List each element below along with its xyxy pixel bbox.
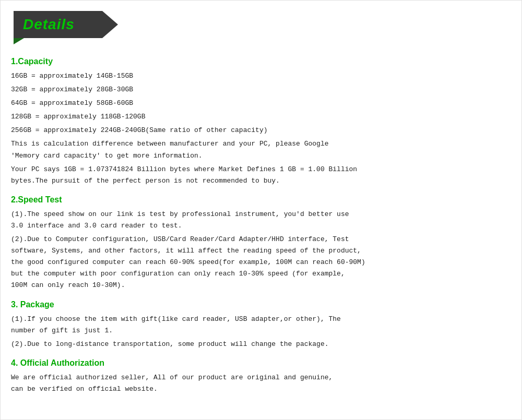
details-banner: Details: [14, 11, 118, 38]
section-paragraph: (2).Due to Computer configuration, USB/C…: [11, 234, 511, 291]
section-speed-test: 2.Speed Test(1).The speed show on our li…: [11, 195, 511, 292]
section-title-package: 3. Package: [11, 300, 511, 309]
section-title-speed-test: 2.Speed Test: [11, 195, 511, 205]
page-container: Details 1.Capacity16GB = approximately 1…: [0, 0, 522, 420]
section-paragraph: We are official authorized seller, All o…: [11, 372, 511, 395]
banner-triangle-decoration: [14, 38, 24, 44]
section-paragraph: 256GB = approximately 224GB-240GB(Same r…: [11, 125, 511, 136]
section-title-capacity: 1.Capacity: [11, 57, 511, 66]
section-paragraph: This is calculation difference between m…: [11, 138, 511, 161]
section-paragraph: (2).Due to long-distance transportation,…: [11, 339, 511, 350]
section-paragraph: 32GB = approximately 28GB-30GB: [11, 84, 511, 95]
section-paragraph: 128GB = approximately 118GB-120GB: [11, 111, 511, 123]
details-banner-bg: Details: [14, 11, 118, 38]
details-banner-text: Details: [23, 16, 75, 32]
section-paragraph: (1).If you choose the item with gift(lik…: [11, 314, 511, 337]
section-paragraph: 16GB = approximately 14GB-15GB: [11, 70, 511, 82]
section-paragraph: Your PC says 1GB = 1.073741824 Billion b…: [11, 164, 511, 187]
section-capacity: 1.Capacity16GB = approximately 14GB-15GB…: [11, 57, 511, 187]
section-paragraph: (1).The speed show on our link is test b…: [11, 209, 511, 232]
section-official-authorization: 4. Official AuthorizationWe are official…: [11, 358, 511, 395]
section-package: 3. Package(1).If you choose the item wit…: [11, 300, 511, 350]
section-paragraph: 64GB = approximately 58GB-60GB: [11, 98, 511, 109]
sections-container: 1.Capacity16GB = approximately 14GB-15GB…: [11, 57, 511, 395]
section-title-official-authorization: 4. Official Authorization: [11, 358, 511, 368]
